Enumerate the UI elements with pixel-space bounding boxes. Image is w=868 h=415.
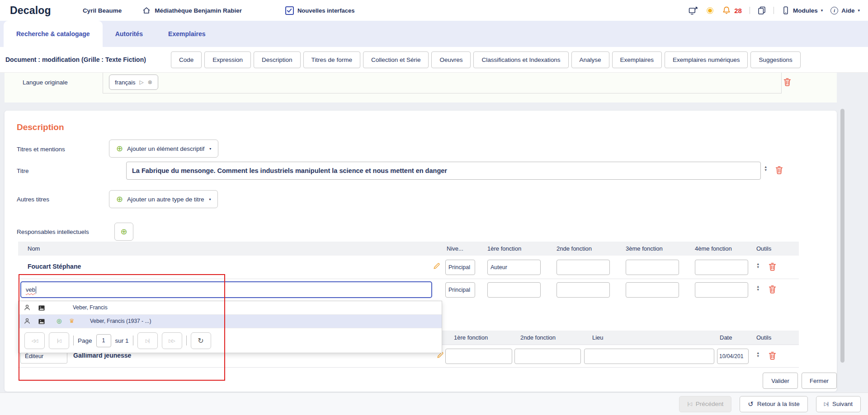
refresh-button[interactable]: ↻ (191, 332, 211, 349)
responsable-row-editing: veb ▲ ▼ (18, 279, 799, 301)
niveau-input[interactable] (445, 282, 475, 298)
edit-responsable-button[interactable] (433, 262, 440, 270)
notifications-button[interactable]: 28 (722, 6, 742, 15)
reorder-row-handle[interactable]: ▲ ▼ (756, 352, 760, 358)
fonction1-input[interactable] (487, 282, 541, 298)
fonction1-input[interactable] (445, 349, 512, 364)
separator (133, 336, 133, 345)
help-menu[interactable]: i Aide ▾ (830, 7, 860, 14)
delete-row-button[interactable] (769, 262, 776, 271)
col-nom: Nom (28, 245, 40, 252)
photo-icon (38, 305, 45, 311)
screen-export-button[interactable] (689, 6, 698, 15)
new-interfaces-label: Nouvelles interfaces (297, 7, 354, 14)
sort-down-icon: ▼ (756, 266, 760, 269)
delete-langue-button[interactable] (783, 78, 791, 86)
chip-remove-icon[interactable]: ⊗ (148, 79, 152, 85)
decalog-logo[interactable]: Decalog (10, 5, 51, 17)
last-page-button[interactable]: ▷▷ (162, 332, 182, 349)
langue-chip-value: français (115, 79, 136, 86)
plus-circle-icon: ⊕ (120, 228, 127, 236)
responsable-name-input[interactable]: veb (20, 281, 432, 298)
chip-play-icon[interactable]: ▷ (140, 79, 144, 85)
responsables-table-header: Nom Nive... 1ère fonction 2nde fonction … (18, 242, 799, 256)
section-button-classifications[interactable]: Classifications et Indexations (473, 51, 568, 68)
tips-button[interactable] (706, 6, 714, 15)
precedent-label: Précédent (696, 401, 724, 407)
previous-page-button[interactable]: |◁ (49, 332, 69, 349)
langue-originale-label: Langue originale (23, 79, 68, 86)
tab-autorites[interactable]: Autorités (103, 21, 156, 47)
modules-menu[interactable]: Modules ▾ (782, 6, 823, 14)
precedent-button[interactable]: |◁ Précédent (679, 396, 731, 412)
tab-recherche-catalogage[interactable]: Recherche & catalogage (4, 21, 103, 47)
col-fonction4: 4ème fonction (695, 245, 732, 252)
screen-export-icon (689, 6, 698, 15)
tab-exemplaires[interactable]: Exemplaires (156, 21, 218, 47)
section-button-oeuvres[interactable]: Oeuvres (431, 51, 471, 68)
delete-row-button[interactable] (769, 351, 776, 360)
delete-row-button[interactable] (769, 285, 776, 294)
section-button-expression[interactable]: Expression (204, 51, 251, 68)
first-page-button[interactable]: ◁◁ (24, 332, 45, 349)
delete-titre-button[interactable] (775, 166, 783, 174)
section-button-collection-serie[interactable]: Collection et Série (363, 51, 429, 68)
lightbulb-icon (706, 6, 714, 15)
section-button-exemplaires-numeriques[interactable]: Exemplaires numériques (665, 51, 748, 68)
fonction1-input[interactable] (487, 260, 541, 275)
library-icon (142, 7, 151, 14)
section-button-code[interactable]: Code (171, 51, 202, 68)
library-selector[interactable]: Médiathèque Benjamin Rabier (142, 7, 242, 14)
trash-icon (769, 262, 776, 271)
valider-button[interactable]: Valider (763, 373, 798, 389)
autocomplete-option[interactable]: Veber, Francis (19, 301, 442, 315)
user-name[interactable]: Cyril Beaume (83, 7, 122, 14)
niveau-input[interactable] (445, 260, 475, 275)
col-lieu: Lieu (592, 334, 604, 341)
add-descriptive-element-button[interactable]: ⊕ Ajouter un élément descriptif ▾ (109, 140, 218, 158)
date-input[interactable] (717, 349, 749, 364)
person-icon (24, 318, 30, 324)
fonction2-input[interactable] (557, 260, 610, 275)
vertical-scrollbar[interactable] (840, 109, 844, 363)
previous-icon: |◁ (687, 401, 691, 407)
reorder-row-handle[interactable]: ▲ ▼ (756, 285, 760, 291)
retour-liste-button[interactable]: ↺ Retour à la liste (740, 396, 807, 412)
fermer-button[interactable]: Fermer (802, 373, 837, 389)
fonction3-input[interactable] (626, 260, 679, 275)
chevron-down-icon: ▾ (821, 8, 823, 13)
fonction3-input[interactable] (626, 282, 679, 298)
duplicate-button[interactable] (758, 6, 766, 14)
fonction2-input[interactable] (557, 282, 610, 298)
page-number-input[interactable] (96, 334, 111, 347)
section-button-titres-de-forme[interactable]: Titres de forme (303, 51, 360, 68)
section-button-suggestions[interactable]: Suggestions (750, 51, 800, 68)
add-responsable-button[interactable]: ⊕ (114, 223, 133, 241)
langue-chip[interactable]: français ▷ ⊗ (109, 75, 158, 90)
document-toolbar: Document : modification (Grille : Texte … (0, 47, 868, 73)
next-page-button[interactable]: ▷| (137, 332, 158, 349)
add-title-type-button[interactable]: ⊕ Ajouter un autre type de titre ▾ (109, 190, 218, 208)
next-icon: ▷| (824, 401, 828, 407)
fonction4-input[interactable] (695, 260, 748, 275)
field-group-outline (103, 73, 782, 93)
lieu-input[interactable] (584, 349, 714, 364)
person-icon (24, 304, 30, 311)
footer-navigation: |◁ Précédent ↺ Retour à la liste ▷| Suiv… (0, 392, 868, 415)
new-interfaces-toggle[interactable]: Nouvelles interfaces (285, 6, 354, 15)
section-button-description[interactable]: Description (254, 51, 301, 68)
fonction2-input[interactable] (514, 349, 581, 364)
reorder-titre-handle[interactable]: ▲ ▼ (764, 166, 767, 172)
fonction4-input[interactable] (695, 282, 748, 298)
page-label: Page (78, 337, 92, 344)
section-button-analyse[interactable]: Analyse (571, 51, 609, 68)
autocomplete-option-selected[interactable]: ◎ ♛ Veber, Francis (1937 - ...) (19, 315, 442, 328)
reorder-row-handle[interactable]: ▲ ▼ (756, 263, 760, 269)
page-title: Document : modification (Grille : Texte … (5, 56, 171, 63)
trash-icon (775, 166, 783, 174)
suivant-button[interactable]: ▷| Suivant (816, 396, 861, 412)
autocomplete-pagination: ◁◁ |◁ Page sur 1 ▷| ▷▷ ↻ (19, 328, 442, 353)
titre-input[interactable] (126, 162, 761, 180)
description-section: Description Titres et mentions ⊕ Ajouter… (5, 111, 837, 392)
section-button-exemplaires[interactable]: Exemplaires (612, 51, 662, 68)
